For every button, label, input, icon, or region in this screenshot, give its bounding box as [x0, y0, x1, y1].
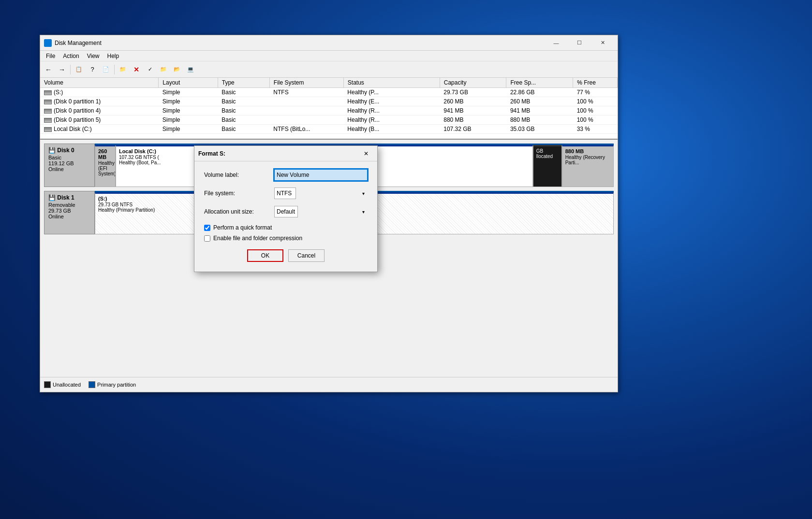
view-button[interactable]: 📄 [100, 63, 112, 76]
col-status: Status [343, 78, 440, 88]
col-capacity: Capacity [440, 78, 506, 88]
cell-status: Healthy (R... [343, 115, 440, 125]
col-filesystem: File System [269, 78, 343, 88]
legend: Unallocated Primary partition [40, 377, 618, 391]
disk0-size: 119.12 GB [48, 160, 90, 166]
cell-cap: 880 MB [440, 115, 506, 125]
legend-unalloc-box [44, 381, 51, 388]
cell-pct: 77 % [573, 88, 618, 97]
disk0-recovery-partition[interactable]: 880 MB Healthy (Recovery Parti... [562, 145, 614, 187]
app-icon [44, 39, 52, 47]
dialog-title-bar: Format S: ✕ [194, 146, 377, 161]
volume-label-row: Volume label: [204, 169, 368, 181]
disk0-label: 💾 Disk 0 Basic 119.12 GB Online [44, 144, 95, 187]
disk-icon [44, 127, 52, 132]
efi-status: Healthy (EFI System) [98, 160, 112, 176]
menu-action[interactable]: Action [59, 52, 83, 60]
disk0-efi-partition[interactable]: 260 MB Healthy (EFI System) [95, 145, 116, 187]
efi-size: 260 MB [98, 148, 112, 160]
quick-format-checkbox[interactable] [204, 225, 210, 231]
back-button[interactable]: ← [42, 63, 55, 76]
dialog-body: Volume label: File system: NTFS FAT32 ex… [194, 161, 377, 272]
menu-view[interactable]: View [83, 52, 103, 60]
cell-free: 880 MB [506, 115, 573, 125]
cell-volume: (Disk 0 partition 5) [40, 115, 159, 125]
computer-button[interactable]: 💻 [184, 63, 197, 76]
cell-volume: (Disk 0 partition 4) [40, 106, 159, 115]
cell-fs: NTFS (BitLo... [269, 125, 343, 134]
maximize-button[interactable]: ☐ [568, 35, 591, 51]
disk-icon [44, 118, 52, 123]
col-percent-free: % Free [573, 78, 618, 88]
cell-free: 941 MB [506, 106, 573, 115]
ok-button[interactable]: OK [247, 249, 283, 262]
cell-cap: 29.73 GB [440, 88, 506, 97]
volume-label-text: Volume label: [204, 172, 274, 178]
export-button[interactable]: 📂 [171, 63, 183, 76]
cell-status: Healthy (B... [343, 125, 440, 134]
cell-free: 35.03 GB [506, 125, 573, 134]
disk-table: Volume Layout Type File System Status Ca… [40, 78, 618, 134]
menu-bar: File Action View Help [40, 51, 618, 61]
file-system-wrapper: NTFS FAT32 exFAT [274, 187, 368, 199]
help-button[interactable]: ? [86, 63, 99, 76]
window-title: Disk Management [55, 40, 545, 46]
toolbar-sep-1 [70, 65, 71, 74]
forward-button[interactable]: → [56, 63, 68, 76]
cell-cap: 107.32 GB [440, 125, 506, 134]
legend-primary: Primary partition [89, 381, 136, 388]
menu-help[interactable]: Help [103, 52, 123, 60]
table-row[interactable]: (Disk 0 partition 4) Simple Basic Health… [40, 106, 618, 115]
cell-fs [269, 97, 343, 106]
legend-unallocated: Unallocated [44, 381, 81, 388]
file-system-label: File system: [204, 190, 274, 197]
disk1-size: 29.73 GB [48, 208, 90, 214]
cell-free: 22.86 GB [506, 88, 573, 97]
compression-label[interactable]: Enable file and folder compression [213, 235, 302, 242]
table-row[interactable]: (Disk 0 partition 5) Simple Basic Health… [40, 115, 618, 125]
disk0-unalloc-partition[interactable]: GB llocated [533, 145, 562, 187]
legend-unalloc-label: Unallocated [53, 382, 81, 388]
delete-button[interactable]: ✕ [130, 63, 143, 76]
checkmark-button[interactable]: ✓ [144, 63, 156, 76]
disk-icon [44, 90, 52, 95]
cancel-button[interactable]: Cancel [288, 249, 325, 262]
cell-pct: 100 % [573, 97, 618, 106]
folder-button[interactable]: 📁 [117, 63, 129, 76]
compression-row: Enable file and folder compression [204, 235, 368, 242]
format-dialog: Format S: ✕ Volume label: File system: N… [194, 145, 378, 272]
table-row[interactable]: (Disk 0 partition 1) Simple Basic Health… [40, 97, 618, 106]
volume-label-input[interactable] [274, 169, 368, 181]
open-folder-button[interactable]: 📁 [157, 63, 170, 76]
cell-type: Basic [218, 115, 269, 125]
file-system-row: File system: NTFS FAT32 exFAT [204, 187, 368, 199]
quick-format-label[interactable]: Perform a quick format [213, 224, 272, 231]
cell-status: Healthy (E... [343, 97, 440, 106]
dialog-close-button[interactable]: ✕ [359, 147, 373, 160]
col-layout: Layout [159, 78, 218, 88]
disk0-name: 💾 Disk 0 [48, 147, 90, 154]
menu-file[interactable]: File [42, 52, 59, 60]
recovery-size: 880 MB [565, 148, 610, 154]
cell-type: Basic [218, 88, 269, 97]
close-button[interactable]: ✕ [591, 35, 614, 51]
cell-type: Basic [218, 106, 269, 115]
checkboxes-section: Perform a quick format Enable file and f… [204, 224, 368, 242]
table-row[interactable]: (S:) Simple Basic NTFS Healthy (P... 29.… [40, 88, 618, 97]
disk0-type: Basic [48, 155, 90, 160]
window-controls: — ☐ ✕ [545, 35, 614, 51]
title-bar: Disk Management — ☐ ✕ [40, 35, 618, 51]
file-system-select[interactable]: NTFS FAT32 exFAT [274, 187, 296, 199]
cell-layout: Simple [159, 97, 218, 106]
cell-status: Healthy (R... [343, 106, 440, 115]
properties-button[interactable]: 📋 [73, 63, 85, 76]
alloc-unit-select[interactable]: Default 512 1024 2048 4096 [274, 206, 298, 217]
compression-checkbox[interactable] [204, 235, 210, 242]
table-row[interactable]: Local Disk (C:) Simple Basic NTFS (BitLo… [40, 125, 618, 134]
cell-layout: Simple [159, 88, 218, 97]
cell-pct: 33 % [573, 125, 618, 134]
col-volume: Volume [40, 78, 159, 88]
minimize-button[interactable]: — [545, 35, 567, 51]
cell-type: Basic [218, 97, 269, 106]
alloc-unit-label: Allocation unit size: [204, 208, 274, 215]
